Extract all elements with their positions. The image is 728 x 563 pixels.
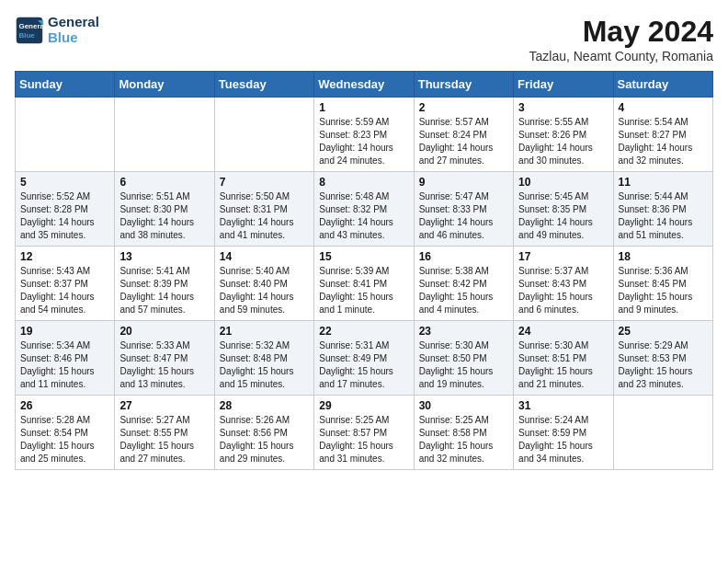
calendar-week-row: 19Sunrise: 5:34 AM Sunset: 8:46 PM Dayli… <box>16 321 713 396</box>
calendar-cell: 24Sunrise: 5:30 AM Sunset: 8:51 PM Dayli… <box>514 321 613 396</box>
day-content: Sunrise: 5:31 AM Sunset: 8:49 PM Dayligh… <box>319 339 408 391</box>
day-content: Sunrise: 5:37 AM Sunset: 8:43 PM Dayligh… <box>518 265 608 316</box>
day-number: 27 <box>119 399 209 412</box>
day-content: Sunrise: 5:55 AM Sunset: 8:26 PM Dayligh… <box>518 116 608 167</box>
day-number: 1 <box>319 101 408 114</box>
calendar-header-row: SundayMondayTuesdayWednesdayThursdayFrid… <box>16 72 713 98</box>
day-number: 26 <box>20 399 109 412</box>
day-number: 6 <box>119 176 209 189</box>
day-number: 5 <box>20 176 109 189</box>
calendar-cell: 9Sunrise: 5:47 AM Sunset: 8:33 PM Daylig… <box>414 172 513 247</box>
calendar-cell: 11Sunrise: 5:44 AM Sunset: 8:36 PM Dayli… <box>613 172 712 247</box>
day-number: 8 <box>319 176 408 189</box>
calendar-cell: 6Sunrise: 5:51 AM Sunset: 8:30 PM Daylig… <box>115 172 214 247</box>
col-header-saturday: Saturday <box>613 72 712 98</box>
calendar-cell: 17Sunrise: 5:37 AM Sunset: 8:43 PM Dayli… <box>514 247 613 321</box>
col-header-friday: Friday <box>514 72 613 98</box>
day-content: Sunrise: 5:33 AM Sunset: 8:47 PM Dayligh… <box>119 339 209 391</box>
calendar-cell: 27Sunrise: 5:27 AM Sunset: 8:55 PM Dayli… <box>115 396 214 470</box>
day-number: 2 <box>419 101 508 114</box>
day-number: 13 <box>119 250 209 263</box>
col-header-monday: Monday <box>115 72 214 98</box>
day-content: Sunrise: 5:45 AM Sunset: 8:35 PM Dayligh… <box>518 190 608 242</box>
day-content: Sunrise: 5:29 AM Sunset: 8:53 PM Dayligh… <box>619 339 708 391</box>
day-content: Sunrise: 5:26 AM Sunset: 8:56 PM Dayligh… <box>220 414 309 465</box>
day-number: 17 <box>518 250 608 263</box>
day-content: Sunrise: 5:28 AM Sunset: 8:54 PM Dayligh… <box>20 414 109 465</box>
day-content: Sunrise: 5:54 AM Sunset: 8:27 PM Dayligh… <box>619 116 708 167</box>
day-content: Sunrise: 5:32 AM Sunset: 8:48 PM Dayligh… <box>220 339 309 391</box>
calendar-cell: 3Sunrise: 5:55 AM Sunset: 8:26 PM Daylig… <box>514 98 613 172</box>
calendar-cell: 4Sunrise: 5:54 AM Sunset: 8:27 PM Daylig… <box>613 98 712 172</box>
day-number: 25 <box>619 325 708 338</box>
calendar-cell: 22Sunrise: 5:31 AM Sunset: 8:49 PM Dayli… <box>314 321 414 396</box>
day-number: 18 <box>619 250 708 263</box>
calendar-cell: 7Sunrise: 5:50 AM Sunset: 8:31 PM Daylig… <box>214 172 313 247</box>
col-header-tuesday: Tuesday <box>214 72 313 98</box>
logo: General Blue General Blue <box>15 15 99 45</box>
calendar-cell: 14Sunrise: 5:40 AM Sunset: 8:40 PM Dayli… <box>214 247 313 321</box>
col-header-sunday: Sunday <box>16 72 115 98</box>
day-content: Sunrise: 5:27 AM Sunset: 8:55 PM Dayligh… <box>119 414 209 465</box>
calendar-cell: 10Sunrise: 5:45 AM Sunset: 8:35 PM Dayli… <box>514 172 613 247</box>
calendar-cell <box>16 98 115 172</box>
calendar-table: SundayMondayTuesdayWednesdayThursdayFrid… <box>15 71 713 470</box>
day-number: 30 <box>419 399 508 412</box>
calendar-cell: 30Sunrise: 5:25 AM Sunset: 8:58 PM Dayli… <box>414 396 513 470</box>
calendar-cell: 20Sunrise: 5:33 AM Sunset: 8:47 PM Dayli… <box>115 321 214 396</box>
day-number: 28 <box>220 399 309 412</box>
day-number: 3 <box>518 101 608 114</box>
location-subtitle: Tazlau, Neamt County, Romania <box>529 49 714 63</box>
calendar-cell <box>214 98 313 172</box>
day-number: 23 <box>419 325 508 338</box>
day-number: 31 <box>518 399 608 412</box>
calendar-cell: 5Sunrise: 5:52 AM Sunset: 8:28 PM Daylig… <box>16 172 115 247</box>
calendar-week-row: 26Sunrise: 5:28 AM Sunset: 8:54 PM Dayli… <box>16 396 713 470</box>
day-number: 12 <box>20 250 109 263</box>
logo-icon: General Blue <box>15 16 44 45</box>
calendar-cell: 26Sunrise: 5:28 AM Sunset: 8:54 PM Dayli… <box>16 396 115 470</box>
calendar-cell: 15Sunrise: 5:39 AM Sunset: 8:41 PM Dayli… <box>314 247 414 321</box>
calendar-cell: 8Sunrise: 5:48 AM Sunset: 8:32 PM Daylig… <box>314 172 414 247</box>
day-content: Sunrise: 5:25 AM Sunset: 8:58 PM Dayligh… <box>419 414 508 465</box>
page-header: General Blue General Blue May 2024 Tazla… <box>15 15 713 63</box>
day-number: 15 <box>319 250 408 263</box>
title-block: May 2024 Tazlau, Neamt County, Romania <box>529 15 714 63</box>
col-header-thursday: Thursday <box>414 72 513 98</box>
calendar-week-row: 12Sunrise: 5:43 AM Sunset: 8:37 PM Dayli… <box>16 247 713 321</box>
day-content: Sunrise: 5:51 AM Sunset: 8:30 PM Dayligh… <box>119 190 209 242</box>
day-content: Sunrise: 5:40 AM Sunset: 8:40 PM Dayligh… <box>220 265 309 316</box>
day-number: 21 <box>220 325 309 338</box>
calendar-cell: 2Sunrise: 5:57 AM Sunset: 8:24 PM Daylig… <box>414 98 513 172</box>
calendar-cell: 31Sunrise: 5:24 AM Sunset: 8:59 PM Dayli… <box>514 396 613 470</box>
calendar-cell <box>613 396 712 470</box>
day-number: 16 <box>419 250 508 263</box>
day-content: Sunrise: 5:47 AM Sunset: 8:33 PM Dayligh… <box>419 190 508 242</box>
svg-text:General: General <box>18 22 44 30</box>
calendar-cell: 23Sunrise: 5:30 AM Sunset: 8:50 PM Dayli… <box>414 321 513 396</box>
day-content: Sunrise: 5:41 AM Sunset: 8:39 PM Dayligh… <box>119 265 209 316</box>
day-content: Sunrise: 5:25 AM Sunset: 8:57 PM Dayligh… <box>319 414 408 465</box>
calendar-cell: 1Sunrise: 5:59 AM Sunset: 8:23 PM Daylig… <box>314 98 414 172</box>
day-number: 24 <box>518 325 608 338</box>
day-content: Sunrise: 5:24 AM Sunset: 8:59 PM Dayligh… <box>518 414 608 465</box>
calendar-cell <box>115 98 214 172</box>
calendar-cell: 18Sunrise: 5:36 AM Sunset: 8:45 PM Dayli… <box>613 247 712 321</box>
day-number: 10 <box>518 176 608 189</box>
day-number: 29 <box>319 399 408 412</box>
day-content: Sunrise: 5:43 AM Sunset: 8:37 PM Dayligh… <box>20 265 109 316</box>
day-content: Sunrise: 5:38 AM Sunset: 8:42 PM Dayligh… <box>419 265 508 316</box>
day-number: 4 <box>619 101 708 114</box>
day-content: Sunrise: 5:44 AM Sunset: 8:36 PM Dayligh… <box>619 190 708 242</box>
calendar-cell: 13Sunrise: 5:41 AM Sunset: 8:39 PM Dayli… <box>115 247 214 321</box>
calendar-cell: 29Sunrise: 5:25 AM Sunset: 8:57 PM Dayli… <box>314 396 414 470</box>
day-content: Sunrise: 5:57 AM Sunset: 8:24 PM Dayligh… <box>419 116 508 167</box>
day-content: Sunrise: 5:50 AM Sunset: 8:31 PM Dayligh… <box>220 190 309 242</box>
day-number: 22 <box>319 325 408 338</box>
day-content: Sunrise: 5:59 AM Sunset: 8:23 PM Dayligh… <box>319 116 408 167</box>
day-content: Sunrise: 5:52 AM Sunset: 8:28 PM Dayligh… <box>20 190 109 242</box>
calendar-cell: 12Sunrise: 5:43 AM Sunset: 8:37 PM Dayli… <box>16 247 115 321</box>
col-header-wednesday: Wednesday <box>314 72 414 98</box>
day-number: 14 <box>220 250 309 263</box>
calendar-week-row: 1Sunrise: 5:59 AM Sunset: 8:23 PM Daylig… <box>16 98 713 172</box>
